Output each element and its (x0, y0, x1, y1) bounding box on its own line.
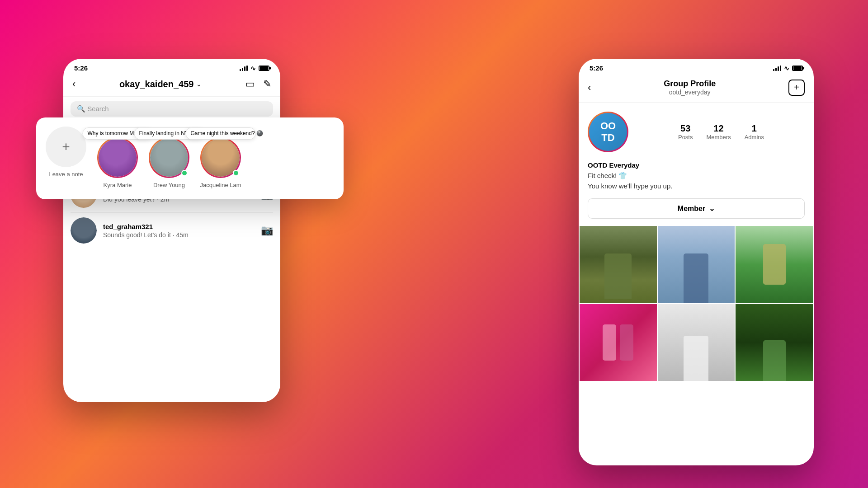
phone-left: 5:26 ∿ ‹ okay_kaiden_459 ⌄ ▭ ✎ 🔍 Searc (63, 59, 280, 402)
signal-bar-3 (244, 66, 245, 71)
posts-count: 53 (678, 123, 693, 134)
story-item-drew[interactable]: Finally landing in NYC! ❤️ Drew Young (146, 137, 192, 188)
group-subtitle: ootd_everyday (664, 89, 716, 96)
photo-cell-3[interactable] (736, 226, 813, 303)
phone-right: 5:26 ∿ ‹ Group Profile ootd_everyday + O… (579, 59, 814, 465)
story-name-kyra: Kyra Marie (104, 182, 132, 188)
photo-cell-1[interactable] (580, 226, 657, 303)
signal-bar-r1 (773, 69, 774, 71)
story-avatar-jacq-wrap: Game night this weekend? 🎱 (200, 137, 241, 178)
stories-row: + Leave a note Why is tomorrow Monday!? … (43, 127, 336, 190)
message-item-3[interactable]: ted_graham321 Sounds good! Let's do it ·… (71, 213, 273, 248)
story-item-kyra[interactable]: Why is tomorrow Monday!? 😩 Kyra Marie (95, 137, 140, 188)
story-name-self: Leave a note (49, 171, 83, 178)
member-label: Member (678, 205, 705, 213)
search-placeholder: 🔍 Search (77, 105, 109, 113)
signal-bar-r2 (775, 68, 777, 71)
story-name-jacq: Jacqueline Lam (200, 182, 241, 188)
back-button-right[interactable]: ‹ (588, 82, 591, 94)
stories-card: + Leave a note Why is tomorrow Monday!? … (36, 117, 344, 199)
stat-posts: 53 Posts (678, 123, 693, 141)
stat-admins: 1 Admins (745, 123, 764, 141)
signal-bar-2 (242, 68, 243, 71)
time-left: 5:26 (74, 64, 88, 72)
wifi-icon-right: ∿ (784, 65, 789, 72)
photo-cell-2[interactable] (658, 226, 735, 303)
photo-cell-4[interactable] (580, 304, 657, 381)
admins-count: 1 (745, 123, 764, 134)
chat-username[interactable]: okay_kaiden_459 ⌄ (119, 79, 202, 89)
photo-grid (579, 226, 814, 381)
group-bio-line2: You know we'll hype you up. (588, 181, 805, 192)
signal-bars-right (773, 66, 781, 71)
signal-bar-r4 (780, 66, 781, 71)
signal-bar-4 (246, 66, 248, 71)
status-icons-left: ∿ (240, 65, 269, 72)
members-label: Members (706, 134, 731, 141)
group-numbers: 53 Posts 12 Members 1 Admins (637, 123, 805, 141)
status-bar-left: 5:26 ∿ (63, 59, 280, 75)
story-note-jacq: Game night this weekend? 🎱 (186, 127, 256, 140)
group-avatar-text: OO TD (600, 120, 616, 144)
battery-icon-left (259, 66, 269, 71)
back-button-left[interactable]: ‹ (72, 78, 75, 90)
status-bar-right: 5:26 ∿ (579, 59, 814, 75)
story-name-drew: Drew Young (153, 182, 185, 188)
story-avatar-kyra (97, 137, 138, 178)
story-item-self[interactable]: + Leave a note (43, 127, 89, 178)
photo-cell-6[interactable] (736, 304, 813, 381)
camera-icon-3[interactable]: 📷 (261, 225, 273, 236)
group-stats: OO TD 53 Posts 12 Members 1 Admins (579, 103, 814, 161)
members-count: 12 (706, 123, 731, 134)
battery-icon-right (792, 66, 803, 71)
battery-fill-left (260, 66, 268, 70)
group-header-center: Group Profile ootd_everyday (664, 79, 716, 96)
edit-icon[interactable]: ✎ (263, 78, 271, 90)
wifi-icon-left: ∿ (250, 65, 256, 72)
message-info-3: ted_graham321 Sounds good! Let's do it ·… (103, 223, 255, 239)
group-bio-line1: Fit check! 👕 (588, 171, 805, 181)
signal-bar-1 (240, 69, 241, 71)
message-actions-3: 📷 (261, 225, 273, 236)
signal-bar-r3 (778, 66, 779, 71)
group-bio-name: OOTD Everyday (588, 161, 805, 169)
avatar-ted (71, 217, 97, 244)
group-title: Group Profile (664, 79, 716, 89)
battery-fill-right (793, 66, 802, 70)
online-dot-jacq (233, 170, 239, 176)
group-header: ‹ Group Profile ootd_everyday + (579, 75, 814, 103)
add-story-button[interactable]: + (46, 127, 86, 167)
story-avatar-kyra-wrap: Why is tomorrow Monday!? 😩 (97, 137, 138, 178)
story-item-jacq[interactable]: Game night this weekend? 🎱 Jacqueline La… (198, 137, 243, 188)
chat-header: ‹ okay_kaiden_459 ⌄ ▭ ✎ (63, 75, 280, 97)
story-avatar-self: + (46, 127, 86, 167)
story-avatar-drew-wrap: Finally landing in NYC! ❤️ (149, 137, 189, 178)
header-icons: ▭ ✎ (245, 78, 271, 90)
admins-label: Admins (745, 134, 764, 141)
online-dot-drew (181, 170, 188, 176)
preview-3: Sounds good! Let's do it · 45m (103, 231, 255, 239)
username-3: ted_graham321 (103, 223, 255, 230)
member-chevron: ⌄ (709, 204, 715, 213)
video-call-icon[interactable]: ▭ (245, 78, 255, 90)
time-right: 5:26 (590, 64, 603, 72)
group-bio: OOTD Everyday Fit check! 👕 You know we'l… (579, 161, 814, 198)
photo-cell-5[interactable] (658, 304, 735, 381)
signal-bars-left (240, 66, 248, 71)
member-button[interactable]: Member ⌄ (588, 198, 805, 219)
add-members-button[interactable]: + (788, 80, 805, 96)
search-bar[interactable]: 🔍 Search (71, 101, 273, 117)
status-icons-right: ∿ (773, 65, 803, 72)
dropdown-chevron: ⌄ (196, 80, 202, 88)
stat-members: 12 Members (706, 123, 731, 141)
posts-label: Posts (678, 134, 693, 141)
group-avatar: OO TD (588, 112, 628, 152)
